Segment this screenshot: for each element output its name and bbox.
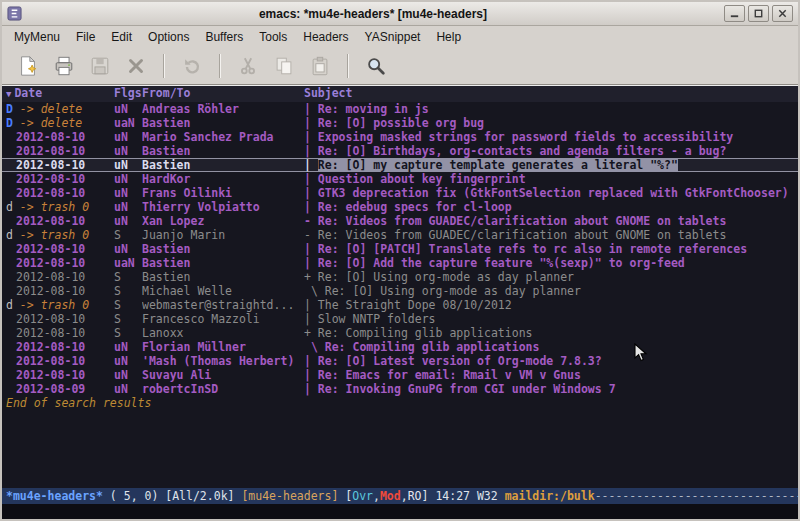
message-row[interactable]: d -> trash 0SJuanjo Marin- Re: Videos fr… <box>2 228 798 242</box>
subject-cell: | Re: [O] Latest version of Org-mode 7.8… <box>304 354 798 368</box>
from-cell: Michael Welle <box>142 284 304 298</box>
flags-cell: uaN <box>114 256 142 270</box>
close-button[interactable] <box>120 51 152 81</box>
paste-button[interactable] <box>304 51 336 81</box>
undo-button[interactable] <box>176 51 208 81</box>
date-cell: D -> delete <box>2 102 114 116</box>
mark-target: -> trash 0 <box>13 200 89 214</box>
mark-indicator: d <box>6 228 13 242</box>
subject-cell: | Re: Emacs for email: Rmail v VM v Gnus <box>304 368 798 382</box>
paste-icon <box>309 55 331 77</box>
message-row[interactable]: 2012-08-10uNHardKor| Question about key … <box>2 172 798 186</box>
message-row[interactable]: 2012-08-10uaNBastien| Re: [O] Add the ca… <box>2 256 798 270</box>
subject-cell: | Slow NNTP folders <box>304 312 798 326</box>
flags-cell: uN <box>114 186 142 200</box>
flags-cell: S <box>114 298 142 312</box>
from-cell: Juanjo Marin <box>142 228 304 242</box>
from-cell: Thierry Volpiatto <box>142 200 304 214</box>
message-row[interactable]: 2012-08-10uNBastien| Re: [O] Birthdays, … <box>2 144 798 158</box>
message-row[interactable]: d -> trash 0uNThierry Volpiatto| Re: ede… <box>2 200 798 214</box>
minimize-button[interactable] <box>724 5 745 22</box>
flags-cell: uN <box>114 102 142 116</box>
flags-cell: uN <box>114 172 142 186</box>
close-icon <box>125 55 147 77</box>
flags-cell: S <box>114 228 142 242</box>
date-cell: 2012-08-10 <box>2 326 114 340</box>
date-value: 2012-08-10 <box>16 270 85 284</box>
flags-cell: uN <box>114 242 142 256</box>
subject-cell: | Re: [O] possible org bug <box>304 116 798 130</box>
message-row[interactable]: 2012-08-10SFrancesco Mazzoli| Slow NNTP … <box>2 312 798 326</box>
modeline-segment: Mod <box>380 489 401 503</box>
undo-icon <box>181 55 203 77</box>
cut-button[interactable] <box>232 51 264 81</box>
message-row[interactable]: d -> trash 0Swebmaster@straightd...| The… <box>2 298 798 312</box>
date-cell: D -> delete <box>2 116 114 130</box>
close-button[interactable] <box>772 5 793 22</box>
message-row[interactable]: 2012-08-10uNFlorian Müllner \ Re: Compil… <box>2 340 798 354</box>
mu4e-headers-buffer: ▼Date Flgs From/To Subject D -> deleteuN… <box>2 85 798 488</box>
menu-mymenu[interactable]: MyMenu <box>6 28 68 46</box>
message-row[interactable]: 2012-08-10SMichael Welle \ Re: [O] Using… <box>2 284 798 298</box>
mark-target: -> trash 0 <box>13 298 89 312</box>
echo-area[interactable] <box>2 504 798 519</box>
date-value: 2012-08-10 <box>16 256 85 270</box>
column-date[interactable]: ▼Date <box>2 86 114 102</box>
print-button[interactable] <box>48 51 80 81</box>
subject-cell: | Question about key fingerprint <box>304 172 798 186</box>
message-row[interactable]: 2012-08-10uNFrans Oilinki| GTK3 deprecat… <box>2 186 798 200</box>
message-row[interactable]: 2012-08-10uNSuvayu Ali| Re: Emacs for em… <box>2 368 798 382</box>
menu-options[interactable]: Options <box>140 28 197 46</box>
menu-yasnippet[interactable]: YASnippet <box>357 28 429 46</box>
search-button[interactable] <box>360 51 392 81</box>
column-from[interactable]: From/To <box>142 86 304 102</box>
menu-help[interactable]: Help <box>428 28 469 46</box>
from-cell: Andreas Röhler <box>142 102 304 116</box>
menu-headers[interactable]: Headers <box>295 28 356 46</box>
from-cell: Frans Oilinki <box>142 186 304 200</box>
message-row[interactable]: 2012-08-10uNXan Lopez- Re: Videos from G… <box>2 214 798 228</box>
message-row[interactable]: 2012-08-10uNBastien| Re: [O] my capture … <box>2 158 798 172</box>
date-cell: 2012-08-10 <box>2 144 114 158</box>
modeline-segment: , <box>401 489 408 503</box>
mode-line: *mu4e-headers* ( 5, 0) [All/2.0k] [mu4e-… <box>2 488 798 504</box>
mark-target: -> trash 0 <box>13 228 89 242</box>
date-value: 2012-08-10 <box>16 340 85 354</box>
date-value: 2012-08-10 <box>16 144 85 158</box>
copy-button[interactable] <box>268 51 300 81</box>
subject-cell: | Re: Invoking GnuPG from CGI under Wind… <box>304 382 798 396</box>
menu-tools[interactable]: Tools <box>251 28 295 46</box>
header-line: ▼Date Flgs From/To Subject <box>2 85 798 102</box>
message-row[interactable]: 2012-08-10SBastien+ Re: [O] Using org-mo… <box>2 270 798 284</box>
message-row[interactable]: 2012-08-09uNrobertcInSD| Re: Invoking Gn… <box>2 382 798 396</box>
date-value: 2012-08-10 <box>16 130 85 144</box>
maximize-button[interactable] <box>748 5 769 22</box>
menu-file[interactable]: File <box>68 28 103 46</box>
message-row[interactable]: 2012-08-10uN'Mash (Thomas Herbert)| Re: … <box>2 354 798 368</box>
titlebar: emacs: *mu4e-headers* [mu4e-headers] <box>2 2 798 26</box>
minimize-icon <box>729 8 740 19</box>
column-date-label: Date <box>14 86 42 100</box>
date-value: 2012-08-10 <box>16 172 85 186</box>
save-button[interactable] <box>84 51 116 81</box>
message-row[interactable]: D -> deleteuNAndreas Röhler| Re: moving … <box>2 102 798 116</box>
from-cell: Suvayu Ali <box>142 368 304 382</box>
message-row[interactable]: 2012-08-10SLanoxx+ Re: Compiling glib ap… <box>2 326 798 340</box>
modeline-segment: *mu4e-headers* <box>6 489 103 503</box>
subject-cell: - Re: Videos from GUADEC/clarification a… <box>304 228 798 242</box>
flags-cell: uN <box>114 340 142 354</box>
message-row[interactable]: 2012-08-10uNMario Sanchez Prada| Exposin… <box>2 130 798 144</box>
from-cell: robertcInSD <box>142 382 304 396</box>
menu-buffers[interactable]: Buffers <box>197 28 251 46</box>
date-cell: 2012-08-10 <box>2 256 114 270</box>
menu-edit[interactable]: Edit <box>103 28 140 46</box>
message-row[interactable]: D -> deleteuaNBastien| Re: [O] possible … <box>2 116 798 130</box>
subject-cell: | Re: [O] Add the capture feature "%(sex… <box>304 256 798 270</box>
column-subject[interactable]: Subject <box>304 86 798 102</box>
date-cell: d -> trash 0 <box>2 298 114 312</box>
new-file-button[interactable] <box>12 51 44 81</box>
message-row[interactable]: 2012-08-10uNBastien| Re: [O] [PATCH] Tra… <box>2 242 798 256</box>
highlighted-subject: Re: [O] my capture template generates a … <box>318 158 678 172</box>
column-flags[interactable]: Flgs <box>114 86 142 102</box>
from-cell: Xan Lopez <box>142 214 304 228</box>
